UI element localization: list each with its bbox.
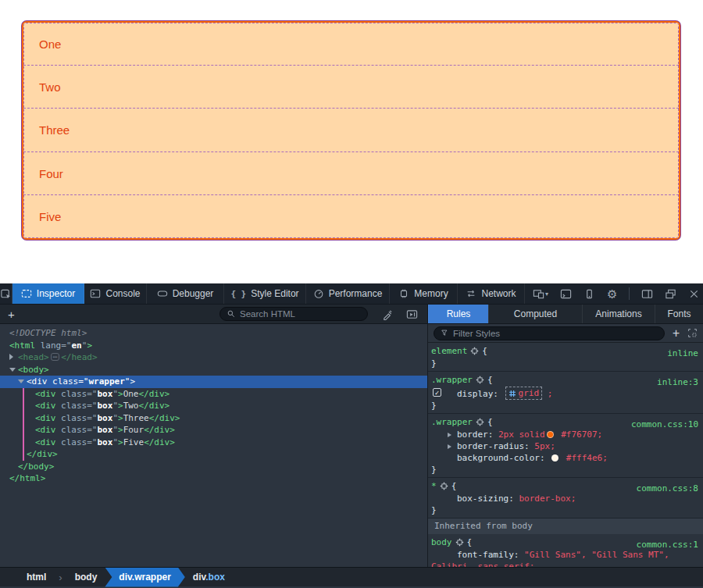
- pseudo-class-panel-icon[interactable]: [687, 328, 698, 338]
- property-name: background-color:: [457, 453, 550, 463]
- markup-line[interactable]: <div class="box">Two</div>: [0, 400, 427, 412]
- tab-style-editor[interactable]: { }Style Editor: [224, 283, 306, 304]
- markup-line[interactable]: <html lang="en">: [0, 340, 427, 352]
- markup-line[interactable]: <body>: [0, 364, 427, 376]
- collapsed-ellipsis: ⋯: [51, 353, 59, 361]
- css-declaration[interactable]: border-radius: 5px;: [428, 440, 703, 452]
- markup-token: >: [118, 389, 123, 399]
- markup-line[interactable]: <!DOCTYPE html>: [0, 327, 427, 340]
- breadcrumb-item-div-wrapper[interactable]: div.wrapper: [105, 568, 184, 587]
- add-rule-button[interactable]: +: [673, 326, 680, 340]
- search-html-box[interactable]: [219, 307, 368, 321]
- markup-token: box: [98, 425, 113, 435]
- settings-icon[interactable]: ⚙: [607, 288, 617, 300]
- device-icon[interactable]: [583, 288, 595, 300]
- tab-memory[interactable]: Memory: [390, 283, 458, 304]
- selector-target-icon[interactable]: [476, 418, 484, 426]
- css-declaration[interactable]: background-color: #fff4e6;: [428, 452, 703, 464]
- css-declaration[interactable]: box-sizing: border-box;: [428, 493, 703, 504]
- close-brace: }: [428, 400, 703, 412]
- markup-line[interactable]: <div class="box">Five</div>: [0, 437, 427, 449]
- expand-arrow-icon[interactable]: [448, 444, 451, 449]
- tab-network[interactable]: Network: [458, 283, 525, 304]
- tab-inspector[interactable]: Inspector: [12, 283, 84, 304]
- inspector-content: <!DOCTYPE html><html lang="en"><head>⋯</…: [0, 324, 703, 567]
- close-icon[interactable]: [688, 288, 700, 300]
- selector-target-icon[interactable]: [476, 376, 484, 384]
- rule-selector[interactable]: *: [431, 481, 437, 491]
- markup-token: <div: [35, 437, 56, 447]
- selector-target-icon[interactable]: [470, 347, 479, 355]
- sidebar-tab-computed[interactable]: Computed: [488, 305, 582, 323]
- grid-highlighter-toggle[interactable]: grid: [505, 387, 543, 400]
- tool-tabs: InspectorConsoleDebugger{ }Style EditorP…: [12, 283, 525, 304]
- markup-token: >: [130, 376, 135, 387]
- markup-line-selected[interactable]: <div class="wrapper">: [0, 376, 427, 388]
- breadcrumb-item-div-box[interactable]: div.box: [187, 572, 231, 583]
- markup-token: <div: [35, 425, 56, 435]
- collapse-arrow-icon[interactable]: [9, 368, 16, 372]
- rule-selector[interactable]: .wrapper: [431, 375, 473, 385]
- markup-token: class: [56, 389, 87, 399]
- rule-selector[interactable]: element: [431, 346, 467, 356]
- selector-target-icon[interactable]: [440, 482, 448, 490]
- markup-token: >: [118, 425, 123, 435]
- pick-element-button[interactable]: [0, 283, 12, 304]
- highlighter-playbox-icon[interactable]: [400, 308, 427, 320]
- open-brace: {: [467, 537, 473, 547]
- tab-label: Debugger: [173, 288, 214, 299]
- filter-styles-box[interactable]: [434, 326, 665, 340]
- tab-console[interactable]: Console: [84, 283, 147, 304]
- css-declaration[interactable]: border: 2px solid #f76707;: [428, 429, 703, 440]
- markup-line[interactable]: <div class="box">One</div>: [0, 388, 427, 401]
- tab-performance[interactable]: Performance: [306, 283, 390, 304]
- collapse-arrow-icon[interactable]: [18, 380, 24, 383]
- search-html-input[interactable]: [240, 309, 361, 319]
- open-brace: {: [487, 417, 493, 427]
- console-icon: [90, 288, 101, 299]
- devtools-subtoolbar: + RulesComputedAnimationsFonts: [0, 305, 703, 324]
- markup-token: =": [87, 425, 97, 435]
- markup-line[interactable]: <div class="box">Three</div>: [0, 412, 427, 425]
- close-brace: }: [428, 504, 703, 516]
- markup-token: ": [112, 389, 118, 399]
- css-rule: *{common.css:8box-sizing: border-box;}: [428, 478, 703, 519]
- expand-arrow-icon[interactable]: [9, 354, 13, 360]
- tab-label: Console: [105, 288, 140, 299]
- css-rule: .wrapper{common.css:10border: 2px solid …: [428, 414, 703, 478]
- inherited-header: Inherited from body: [428, 519, 703, 534]
- breadcrumb-item-body[interactable]: body: [69, 572, 104, 583]
- rule-selector[interactable]: .wrapper: [431, 417, 473, 427]
- css-declaration[interactable]: font-family: "Gill Sans", "Gill Sans MT"…: [428, 549, 703, 567]
- split-console-icon[interactable]: [560, 288, 572, 300]
- rule-selector[interactable]: body: [431, 537, 452, 547]
- property-name: border:: [457, 429, 498, 440]
- tab-debugger[interactable]: Debugger: [147, 283, 224, 304]
- markup-line[interactable]: </html>: [0, 472, 427, 485]
- expand-arrow-icon[interactable]: [448, 433, 451, 437]
- rule-selector-line: *{common.css:8: [428, 480, 703, 493]
- breadcrumb-separator-icon: ›: [52, 572, 68, 583]
- markup-line[interactable]: </body>: [0, 461, 427, 473]
- rule-source-link[interactable]: inline: [667, 347, 698, 360]
- filter-styles-input[interactable]: [453, 329, 658, 338]
- css-rule: body{common.css:1font-family: "Gill Sans…: [428, 534, 703, 567]
- css-declaration[interactable]: ✓display: grid ;: [428, 387, 703, 400]
- responsive-design-mode-icon[interactable]: ▾: [533, 288, 548, 300]
- color-swatch[interactable]: [547, 431, 554, 438]
- color-swatch[interactable]: [551, 454, 558, 461]
- sidebar-tab-fonts[interactable]: Fonts: [655, 305, 703, 323]
- add-node-button[interactable]: +: [0, 308, 23, 321]
- markup-line[interactable]: <div class="box">Four</div>: [0, 424, 427, 437]
- separate-window-icon[interactable]: [665, 288, 676, 300]
- markup-line[interactable]: </div>: [0, 448, 427, 461]
- eyedropper-icon[interactable]: [376, 308, 400, 320]
- sidebar-tab-animations[interactable]: Animations: [582, 305, 655, 323]
- markup-line[interactable]: <head>⋯</head>: [0, 351, 427, 364]
- declaration-checkbox[interactable]: ✓: [433, 388, 441, 397]
- markup-token: </html>: [9, 473, 45, 483]
- sidebar-tab-rules[interactable]: Rules: [428, 305, 488, 323]
- selector-target-icon[interactable]: [455, 538, 464, 547]
- sidebar-toggle-icon[interactable]: [641, 288, 653, 300]
- breadcrumb-item-html[interactable]: html: [20, 572, 52, 583]
